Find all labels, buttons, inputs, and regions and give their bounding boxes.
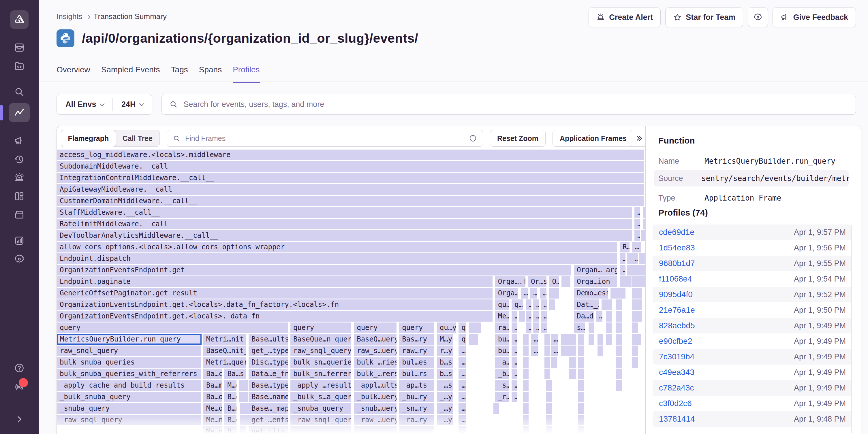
flame-frame[interactable]: BaseQ…nit__ (203, 345, 247, 356)
flame-frame[interactable] (399, 426, 435, 434)
flame-frame[interactable] (545, 357, 551, 368)
flame-frame[interactable]: … (596, 311, 603, 322)
flame-frame[interactable]: Base…ults (249, 334, 289, 345)
flame-frame[interactable]: Ba…mn (203, 380, 223, 391)
flame-frame[interactable] (578, 415, 585, 425)
flame-frame[interactable]: qu…y (437, 323, 457, 333)
flame-frame[interactable] (523, 403, 529, 414)
flame-frame[interactable]: _bu…ry (399, 392, 435, 402)
flame-frame[interactable]: _snuba_query (57, 403, 202, 414)
flame-frame[interactable]: … (620, 253, 626, 264)
whats-new-broadcast-icon[interactable] (10, 379, 29, 394)
flame-frame[interactable]: OrganizationEventsEndpoint.get.<locals>.… (57, 311, 493, 322)
flame-frame[interactable] (545, 334, 551, 345)
flame-frame[interactable]: B…e (224, 415, 237, 425)
flame-frame[interactable]: … (526, 299, 532, 310)
flame-frame[interactable] (242, 392, 249, 402)
flame-frame[interactable]: Base…type (249, 380, 289, 391)
flame-frame[interactable]: M…y (437, 334, 454, 345)
sidebar-item-explore[interactable] (10, 59, 29, 73)
flame-frame[interactable]: Metri…nit__ (203, 334, 247, 345)
flame-frame[interactable]: q… (459, 334, 467, 345)
flame-frame[interactable]: Data…e_fn (249, 369, 289, 379)
flame-frame[interactable]: … (512, 357, 518, 368)
tab-tags[interactable]: Tags (171, 65, 188, 83)
flame-frame[interactable]: Endpoint.paginate (57, 276, 493, 287)
info-icon[interactable] (469, 134, 477, 142)
flame-frame[interactable] (632, 357, 639, 368)
flame-frame[interactable]: r…y (437, 345, 454, 356)
flame-frame[interactable]: D…e (224, 426, 237, 434)
flame-frame[interactable]: bulk_sn…queries (290, 357, 352, 368)
flame-frame[interactable] (578, 392, 585, 402)
flame-frame[interactable] (642, 276, 645, 287)
flame-frame[interactable]: _appl…ults (354, 380, 397, 391)
flame-frame[interactable] (589, 334, 595, 345)
flame-frame[interactable] (569, 357, 577, 368)
flame-frame[interactable] (578, 369, 585, 379)
flame-frame[interactable] (578, 345, 585, 356)
collapse-chevron-icon[interactable] (10, 412, 29, 427)
flame-frame[interactable] (578, 334, 585, 345)
flame-frame[interactable]: … (512, 345, 518, 356)
flame-frame[interactable] (523, 357, 529, 368)
flame-frame[interactable]: … (459, 357, 467, 368)
flame-frame[interactable]: get_…ents (249, 415, 289, 425)
flame-frame[interactable]: raw_s…uery (354, 345, 397, 356)
flame-frame[interactable]: q… (459, 323, 467, 333)
flame-frame[interactable]: … (620, 265, 626, 275)
create-alert-button[interactable]: Create Alert (589, 7, 661, 27)
flame-frame[interactable]: Base…_map (249, 403, 289, 414)
flame-frame[interactable] (569, 369, 577, 379)
flame-frame[interactable]: … (530, 288, 538, 299)
flame-frame[interactable]: Metri…query (203, 357, 247, 368)
flame-frame[interactable]: Organ…_args (574, 265, 618, 275)
flame-frame[interactable] (641, 265, 645, 275)
flame-frame[interactable] (553, 288, 560, 299)
flame-frame[interactable]: ra…y (495, 323, 510, 333)
flame-frame[interactable]: Ba…s (224, 369, 247, 379)
sidebar-item-insights[interactable] (9, 103, 30, 122)
call-tree-view-button[interactable]: Call Tree (116, 130, 159, 146)
flame-frame[interactable]: _bulk…uery (354, 392, 397, 402)
flame-frame[interactable]: … (632, 253, 639, 264)
flame-frame[interactable] (523, 392, 529, 402)
flame-frame[interactable]: Me…n (203, 426, 223, 434)
flame-frame[interactable] (549, 299, 556, 310)
flame-frame[interactable] (354, 426, 397, 434)
profile-id-link[interactable]: cde69d1e (659, 228, 694, 237)
flame-frame[interactable]: query (57, 323, 289, 333)
flame-frame[interactable]: … (533, 323, 540, 333)
flame-frame[interactable]: … (512, 323, 518, 333)
environment-selector[interactable]: All Envs (57, 100, 113, 109)
flame-frame[interactable] (616, 380, 623, 391)
flame-frame[interactable] (620, 288, 626, 299)
flame-frame[interactable]: _raw_snql_query (290, 415, 352, 425)
flame-frame[interactable]: Dat…_id (574, 299, 600, 310)
flame-frame[interactable]: BaseQ…uery (354, 334, 397, 345)
flame-frame[interactable]: … (541, 323, 548, 333)
flame-frame[interactable] (545, 369, 551, 379)
flame-frame[interactable]: … (634, 230, 641, 241)
flame-frame[interactable]: bulk_snuba_queries_with_referrers (57, 369, 202, 379)
flame-frame[interactable]: … (540, 288, 548, 299)
flame-frame[interactable] (240, 426, 247, 434)
flame-frame[interactable] (578, 403, 585, 414)
flame-frame[interactable]: Endpoint.dispatch (57, 253, 618, 264)
flame-frame[interactable]: … (526, 311, 532, 322)
flame-frame[interactable]: _snuba_query (290, 403, 352, 414)
profile-id-link[interactable]: f11068e4 (659, 274, 692, 283)
flame-frame[interactable]: SubdomainMiddleware.__call__ (57, 161, 645, 172)
flame-frame[interactable]: Orga….fn (495, 276, 526, 287)
flame-frame[interactable]: Me…on (203, 403, 223, 414)
flame-frame[interactable]: b…s (437, 369, 454, 379)
flame-frame[interactable]: _snub…uery (354, 403, 397, 414)
flame-frame[interactable]: get_…type (249, 345, 289, 356)
flame-frame[interactable]: _ra…ry (399, 415, 435, 425)
flame-frame[interactable]: raw…ry (399, 345, 435, 356)
flame-frame[interactable] (643, 219, 645, 229)
flame-frame[interactable] (569, 334, 577, 345)
flame-frame[interactable] (523, 415, 529, 425)
reset-zoom-button[interactable]: Reset Zoom (490, 130, 546, 147)
flame-frame[interactable]: bulk_snuba_queries (57, 357, 202, 368)
